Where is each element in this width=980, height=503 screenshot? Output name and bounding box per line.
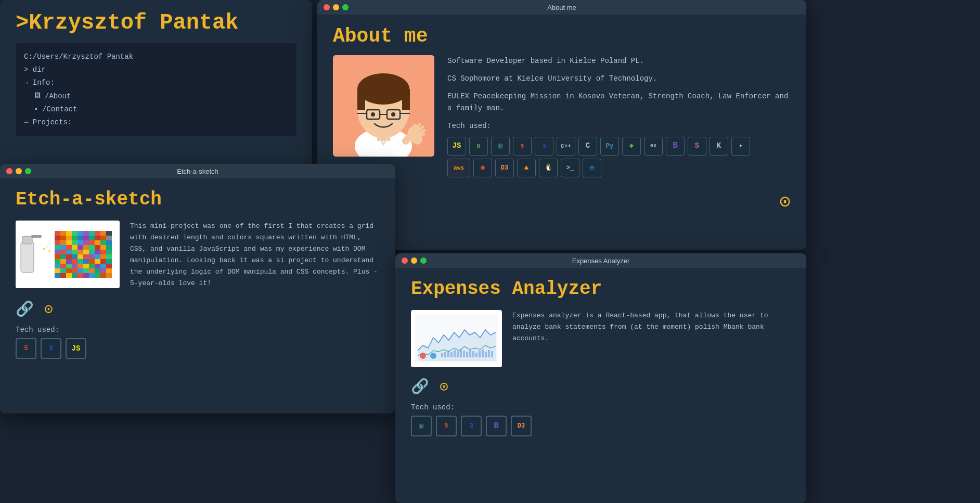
svg-line-17 [420,131,424,132]
expenses-footer: 🔗 ⊙ [411,378,791,395]
svg-rect-131 [441,353,443,357]
svg-rect-32 [78,231,83,236]
expenses-bootstrap-icon: B [486,416,507,436]
svg-rect-5 [357,89,365,110]
tech-section: Tech used: JS N ⚛ 5 3 C++ C Py ◆ ex B S [447,120,791,177]
svg-rect-127 [106,273,112,278]
expenses-content: Expenses Analyzer [395,268,806,447]
info-section: → Info: [24,76,288,89]
svg-rect-82 [78,254,83,259]
svg-rect-126 [100,273,106,278]
svg-rect-90 [66,259,72,264]
about-link[interactable]: 🖼 /About [24,90,288,103]
svg-rect-111 [72,268,78,273]
svg-rect-125 [95,273,100,278]
svg-rect-121 [72,273,78,278]
etch-minimize-button[interactable] [16,168,22,174]
svg-rect-96 [100,259,106,264]
svg-rect-39 [60,236,66,240]
svg-rect-81 [72,254,78,259]
svg-rect-67 [106,245,112,250]
svg-rect-64 [89,245,95,250]
svg-rect-61 [72,245,78,250]
svg-rect-84 [89,254,95,259]
svg-point-26 [48,250,50,252]
about-desc-2: CS Sophomore at Kielce University of Tec… [447,73,791,85]
etch-titlebar: Etch-a-sketch [0,164,395,178]
maximize-button[interactable] [342,4,349,10]
circle-icon: ◉ [473,159,492,177]
expenses-link-icon[interactable]: 🔗 [411,378,429,395]
svg-rect-107 [106,264,112,268]
express-icon: ex [644,137,663,156]
avatar-image [333,55,434,157]
svg-rect-43 [83,236,89,240]
svg-rect-38 [55,236,60,240]
etch-close-button[interactable] [6,168,12,174]
terminal-window: >Krzysztof Pantak C:/Users/Krzysztof Pan… [0,0,312,177]
etch-tech-section: Tech used: 5 3 JS [16,326,380,359]
expenses-close-button[interactable] [402,257,408,264]
terminal-icon: >_ [561,159,579,177]
contact-link[interactable]: ▪ /Contact [24,103,288,116]
svg-rect-141 [472,351,474,357]
terminal-box: C:/Users/Krzysztof Pantak > dir → Info: … [16,43,296,136]
svg-rect-48 [55,240,60,245]
svg-rect-53 [83,240,89,245]
close-button[interactable] [324,4,330,10]
python-icon: Py [600,137,619,156]
svg-rect-21 [22,236,32,244]
svg-rect-98 [55,264,60,268]
about-titlebar: About me [317,0,806,15]
svg-rect-143 [479,351,481,357]
expenses-react-icon: ⚛ [411,416,432,436]
svg-rect-88 [55,259,60,264]
svg-rect-85 [95,254,100,259]
svg-rect-117 [106,268,112,273]
avatar [333,55,434,157]
svg-rect-50 [66,240,72,245]
svg-rect-69 [60,250,66,254]
mongo-icon: ◆ [622,137,641,156]
terminal-path: C:/Users/Krzysztof Pantak [24,50,288,63]
etch-tech-icons: 5 3 JS [16,338,380,359]
tech-icons-row1: JS N ⚛ 5 3 C++ C Py ◆ ex B S K ✦ [447,137,791,156]
svg-rect-122 [78,273,83,278]
svg-rect-80 [66,254,72,259]
svg-rect-139 [466,352,468,357]
bootstrap-icon: B [666,137,685,156]
expenses-minimize-button[interactable] [411,257,417,264]
svg-rect-103 [83,264,89,268]
svg-rect-45 [95,236,100,240]
svg-rect-71 [72,250,78,254]
etch-maximize-button[interactable] [25,168,31,174]
expenses-github-icon[interactable]: ⊙ [440,378,448,395]
expenses-titlebar: Expenses Analyzer [395,253,806,268]
svg-rect-33 [83,231,89,236]
etch-tech-label: Tech used: [16,326,380,334]
svg-rect-63 [83,245,89,250]
etch-link-icon[interactable]: 🔗 [16,300,34,318]
svg-rect-114 [89,268,95,273]
svg-rect-140 [469,350,471,357]
minimize-button[interactable] [333,4,339,10]
svg-rect-116 [100,268,106,273]
svg-rect-44 [89,236,95,240]
css-icon: 3 [535,137,553,156]
expenses-maximize-button[interactable] [420,257,427,264]
svg-point-12 [371,112,375,117]
expenses-body: Expenses analyzer is a React-based app, … [411,310,791,367]
about-desc-3: EULEX Peacekeeping Mission in Kosovo Vet… [447,91,791,115]
svg-rect-65 [95,245,100,250]
etch-github-icon[interactable]: ⊙ [44,300,53,318]
svg-point-25 [46,246,48,248]
svg-rect-42 [78,236,83,240]
cpp-icon: C++ [557,137,575,156]
svg-point-13 [391,112,395,117]
svg-rect-142 [475,353,478,357]
etch-description: This mini-project was one of the first I… [130,221,380,290]
svg-rect-110 [66,268,72,273]
svg-rect-54 [89,240,95,245]
github-link[interactable]: ⊙ [779,190,791,213]
etch-css-icon: 3 [41,338,61,359]
